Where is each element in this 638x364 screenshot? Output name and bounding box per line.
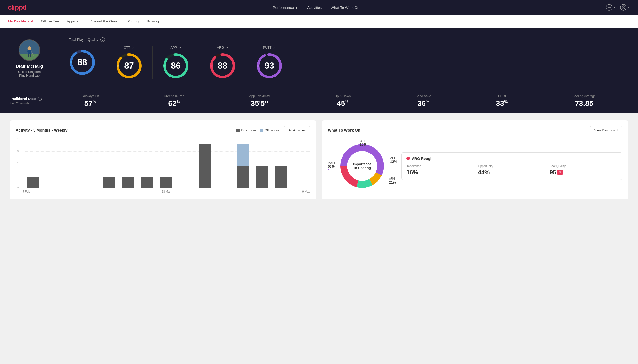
bar-on-4 bbox=[103, 177, 115, 188]
activity-card-header: Activity - 3 Months - Weekly On course O… bbox=[16, 126, 310, 134]
stat-fairways-hit-label: Fairways Hit bbox=[81, 94, 99, 98]
on-course-label: On course bbox=[241, 128, 256, 132]
stat-sand-save-value: 36% bbox=[415, 99, 431, 108]
activity-legend: On course Off course bbox=[236, 128, 279, 132]
putt-score-value: 93 bbox=[264, 61, 274, 71]
bar-group-0 bbox=[24, 139, 42, 188]
stat-one-putt-label: 1 Putt bbox=[496, 94, 508, 98]
stat-scoring-avg: Scoring Average 73.85 bbox=[572, 94, 596, 108]
trad-stats-help-icon[interactable]: ? bbox=[38, 97, 42, 101]
off-course-label: Off course bbox=[265, 128, 279, 132]
ott-label: OTT bbox=[124, 46, 130, 50]
hero-section: Blair McHarg United Kingdom Plus Handica… bbox=[0, 28, 638, 88]
donut-wrapper: Importance To Scoring PUTT 57% OTT 10% bbox=[328, 139, 396, 193]
bar-on-11 bbox=[237, 166, 249, 188]
putt-label: PUTT bbox=[263, 46, 272, 50]
tab-scoring[interactable]: Scoring bbox=[146, 15, 159, 28]
work-on-card: What To Work On View Dashboard bbox=[322, 120, 628, 199]
donut-chart bbox=[335, 139, 389, 193]
arg-dot bbox=[406, 157, 410, 160]
putt-dot bbox=[328, 169, 329, 170]
stat-scoring-avg-label: Scoring Average bbox=[572, 94, 596, 98]
player-info: Blair McHarg United Kingdom Plus Handica… bbox=[10, 39, 49, 77]
stat-up-down-value: 45% bbox=[335, 99, 351, 108]
bar-group-11 bbox=[233, 139, 252, 188]
bar-on-7 bbox=[160, 177, 172, 188]
trad-stats-subtitle: Last 20 rounds bbox=[10, 102, 49, 105]
stat-up-down-label: Up & Down bbox=[335, 94, 351, 98]
tab-putting[interactable]: Putting bbox=[127, 15, 139, 28]
nav-activities[interactable]: Activities bbox=[307, 6, 322, 10]
nav-what-to-work-on[interactable]: What To Work On bbox=[330, 6, 359, 10]
bar-group-13 bbox=[272, 139, 290, 188]
donut-label-app: APP 12% bbox=[390, 156, 397, 164]
tab-off-the-tee[interactable]: Off the Tee bbox=[41, 15, 59, 28]
player-name: Blair McHarg bbox=[16, 64, 43, 69]
arg-opportunity-label: Opportunity bbox=[478, 164, 545, 168]
off-course-dot bbox=[260, 128, 263, 132]
stat-scoring-avg-value: 73.85 bbox=[572, 99, 596, 108]
svg-point-17 bbox=[70, 61, 72, 64]
bar-group-2 bbox=[62, 139, 80, 188]
trad-stats-title-area: Traditional Stats ? Last 20 rounds bbox=[10, 97, 49, 105]
bar-group-9 bbox=[195, 139, 214, 188]
stat-one-putt-value: 33% bbox=[496, 99, 508, 108]
stat-sand-save-label: Sand Save bbox=[415, 94, 431, 98]
top-nav: clippd Performance ▼ Activities What To … bbox=[0, 0, 638, 15]
player-handicap: Plus Handicap bbox=[19, 74, 40, 77]
activity-card-title: Activity - 3 Months - Weekly bbox=[16, 128, 67, 132]
putt-trend-icon: ↗ bbox=[273, 46, 275, 50]
bar-on-0 bbox=[27, 177, 39, 188]
circle-ott: 87 bbox=[116, 52, 142, 79]
bar-on-13 bbox=[275, 166, 287, 188]
bar-group-8 bbox=[176, 139, 195, 188]
arg-shot-quality-value: 95 ▼ bbox=[550, 169, 617, 176]
donut-section: Importance To Scoring PUTT 57% OTT 10% bbox=[328, 139, 622, 193]
bar-chart-container: 4 3 2 1 0 bbox=[16, 139, 310, 193]
donut-label-ott: OTT 10% bbox=[360, 139, 366, 146]
circle-total: 88 bbox=[69, 49, 96, 76]
score-putt: PUTT ↗ 93 bbox=[246, 46, 293, 79]
circle-app: 86 bbox=[162, 52, 189, 79]
arg-shot-quality: Shot Quality 95 ▼ bbox=[550, 164, 617, 176]
y-label-0: 0 bbox=[17, 186, 19, 189]
bar-group-7 bbox=[157, 139, 176, 188]
arg-info-box: ARG Rough Importance 16% Opportunity 44% bbox=[401, 152, 622, 180]
all-activities-button[interactable]: All Activities bbox=[284, 126, 310, 134]
bars-area bbox=[23, 139, 310, 188]
svg-rect-12 bbox=[28, 54, 29, 57]
stat-app-proximity: App. Proximity 35'5" bbox=[249, 94, 270, 108]
app-trend-icon: ↗ bbox=[178, 46, 181, 50]
arg-label: ARG bbox=[217, 46, 224, 50]
nav-performance[interactable]: Performance ▼ bbox=[273, 6, 298, 10]
quality-help-icon[interactable]: ? bbox=[100, 38, 105, 42]
tab-approach[interactable]: Approach bbox=[67, 15, 82, 28]
svg-rect-7 bbox=[19, 54, 39, 60]
tab-my-dashboard[interactable]: My Dashboard bbox=[8, 15, 33, 28]
bar-off-11 bbox=[237, 144, 249, 166]
arg-trend-icon: ↗ bbox=[226, 46, 228, 50]
x-label-mar: 28 Mar bbox=[162, 190, 171, 193]
stat-app-prox-label: App. Proximity bbox=[249, 94, 270, 98]
y-label-4: 4 bbox=[17, 138, 19, 140]
view-dashboard-button[interactable]: View Dashboard bbox=[590, 126, 622, 134]
bar-group-12 bbox=[252, 139, 271, 188]
traditional-stats-section: Traditional Stats ? Last 20 rounds Fairw… bbox=[0, 88, 638, 114]
stat-one-putt: 1 Putt 33% bbox=[496, 94, 508, 108]
tab-around-the-green[interactable]: Around the Green bbox=[90, 15, 119, 28]
stat-sand-save: Sand Save 36% bbox=[415, 94, 431, 108]
user-menu-button[interactable]: ▼ bbox=[620, 4, 630, 11]
app-label: APP bbox=[170, 46, 177, 50]
bar-group-14 bbox=[291, 139, 309, 188]
activity-card: Activity - 3 Months - Weekly On course O… bbox=[10, 120, 316, 199]
quality-title: Total Player Quality ? bbox=[69, 38, 628, 42]
trad-stats-title: Traditional Stats ? bbox=[10, 97, 49, 101]
stat-fairways-hit: Fairways Hit 57% bbox=[81, 94, 99, 108]
bottom-section: Activity - 3 Months - Weekly On course O… bbox=[0, 114, 638, 206]
add-button[interactable]: ▼ bbox=[606, 4, 616, 11]
x-label-may: 9 May bbox=[302, 190, 310, 193]
donut-label-putt: PUTT 57% bbox=[328, 161, 335, 170]
arg-importance-value: 16% bbox=[406, 169, 474, 176]
chevron-down-icon: ▼ bbox=[295, 6, 298, 10]
logo: clippd bbox=[8, 4, 27, 11]
